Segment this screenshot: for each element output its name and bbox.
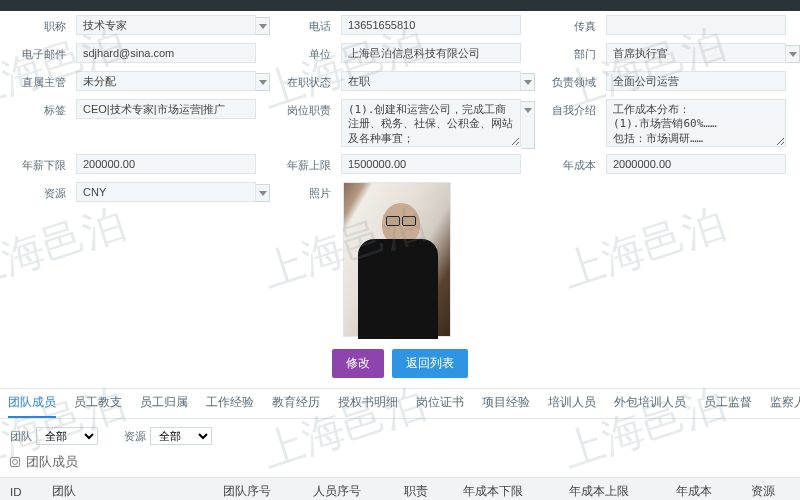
label-domain: 负责领域	[540, 71, 606, 90]
label-onjob: 在职状态	[275, 71, 341, 90]
field-selfintro[interactable]: 工作成本分布： (1).市场营销60%…… 包括：市场调研……	[606, 99, 786, 147]
tab-team-members[interactable]: 团队成员	[8, 395, 56, 418]
col-teamno[interactable]: 团队序号	[213, 478, 304, 501]
chevron-down-icon[interactable]	[521, 101, 535, 149]
back-button[interactable]: 返回列表	[392, 349, 468, 378]
edit-button[interactable]: 修改	[332, 349, 384, 378]
profile-photo[interactable]	[343, 182, 451, 337]
label-photo: 照片	[275, 182, 341, 201]
label-cost: 年成本	[540, 154, 606, 173]
button-bar: 修改 返回列表	[0, 341, 800, 389]
field-dept[interactable]	[606, 43, 786, 63]
col-cost[interactable]: 年成本	[666, 478, 741, 501]
filter-label-resource: 资源	[124, 429, 146, 444]
tab-3[interactable]: 工作经验	[206, 395, 254, 418]
chevron-down-icon[interactable]	[521, 73, 535, 91]
people-icon	[10, 457, 20, 467]
col-id[interactable]: ID	[0, 478, 42, 501]
label-email: 电子邮件	[10, 43, 76, 62]
tab-2[interactable]: 员工归属	[140, 395, 188, 418]
label-phone: 电话	[275, 15, 341, 34]
col-team[interactable]: 团队	[42, 478, 213, 501]
table-header-row: ID 团队 团队序号 人员序号 职责 年成本下限 年成本上限 年成本 资源	[0, 478, 800, 501]
col-costlow[interactable]: 年成本下限	[453, 478, 560, 501]
label-supervisor: 直属主管	[10, 71, 76, 90]
field-duty[interactable]: (1).创建和运营公司，完成工商注册、税务、社保、公积金、网站及各种事宜； (2…	[341, 99, 521, 147]
label-title: 职称	[10, 15, 76, 34]
field-fax[interactable]	[606, 15, 786, 35]
field-cost[interactable]	[606, 154, 786, 174]
label-duty: 岗位职责	[275, 99, 341, 118]
tab-1[interactable]: 员工教支	[74, 395, 122, 418]
field-tags[interactable]	[76, 99, 256, 119]
label-fax: 传真	[540, 15, 606, 34]
label-salary-high: 年薪上限	[275, 154, 341, 173]
tab-11[interactable]: 监察人员	[770, 395, 800, 418]
chevron-down-icon[interactable]	[256, 17, 270, 35]
field-email[interactable]	[76, 43, 256, 63]
field-resource[interactable]	[76, 182, 256, 202]
top-bar	[0, 0, 800, 11]
form-area: 职称 电话 传真 电子邮件 单位 部门 直属主管	[0, 11, 800, 337]
filter-row: 团队 全部 资源 全部	[0, 419, 800, 449]
field-salary-high[interactable]	[341, 154, 521, 174]
tab-6[interactable]: 岗位证书	[416, 395, 464, 418]
tab-bar: 团队成员 员工教支 员工归属 工作经验 教育经历 授权书明细 岗位证书 项目经验…	[0, 389, 800, 419]
label-tags: 标签	[10, 99, 76, 118]
filter-label-team: 团队	[10, 429, 32, 444]
field-onjob[interactable]	[341, 71, 521, 91]
filter-team-select[interactable]: 全部	[36, 427, 98, 445]
col-costhigh[interactable]: 年成本上限	[559, 478, 666, 501]
tab-7[interactable]: 项目经验	[482, 395, 530, 418]
field-salary-low[interactable]	[76, 154, 256, 174]
label-dept: 部门	[540, 43, 606, 62]
col-duty[interactable]: 职责	[394, 478, 453, 501]
chevron-down-icon[interactable]	[256, 184, 270, 202]
field-title[interactable]	[76, 15, 256, 35]
label-salary-low: 年薪下限	[10, 154, 76, 173]
tab-8[interactable]: 培训人员	[548, 395, 596, 418]
filter-resource-select[interactable]: 全部	[150, 427, 212, 445]
col-resource[interactable]: 资源	[741, 478, 800, 501]
label-selfintro: 自我介绍	[540, 99, 606, 118]
field-domain[interactable]	[606, 71, 786, 91]
field-supervisor[interactable]	[76, 71, 256, 91]
col-personno[interactable]: 人员序号	[303, 478, 394, 501]
field-company[interactable]	[341, 43, 521, 63]
label-resource: 资源	[10, 182, 76, 201]
field-phone[interactable]	[341, 15, 521, 35]
panel-title-text: 团队成员	[26, 453, 78, 471]
label-company: 单位	[275, 43, 341, 62]
chevron-down-icon[interactable]	[786, 45, 800, 63]
tab-9[interactable]: 外包培训人员	[614, 395, 686, 418]
panel-title: 团队成员	[0, 449, 800, 477]
chevron-down-icon[interactable]	[256, 73, 270, 91]
tab-5[interactable]: 授权书明细	[338, 395, 398, 418]
tab-10[interactable]: 员工监督	[704, 395, 752, 418]
team-table: ID 团队 团队序号 人员序号 职责 年成本下限 年成本上限 年成本 资源 2 …	[0, 477, 800, 500]
tab-4[interactable]: 教育经历	[272, 395, 320, 418]
